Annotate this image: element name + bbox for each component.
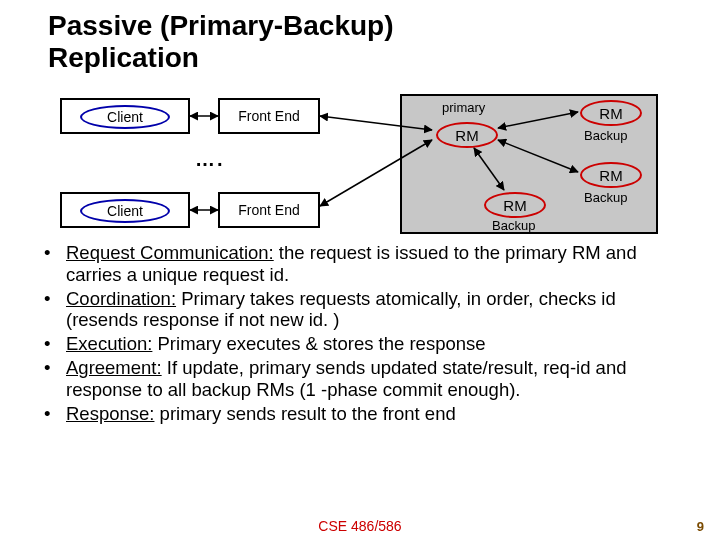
client-box-top: Client bbox=[60, 98, 190, 134]
bullet-3: • Execution: Primary executes & stores t… bbox=[44, 333, 680, 355]
page-number: 9 bbox=[697, 519, 704, 534]
client-label-top: Client bbox=[107, 109, 143, 125]
rm-primary-oval: RM bbox=[436, 122, 498, 148]
backup2-label: Backup bbox=[584, 190, 627, 205]
bullet-3-head: Execution: bbox=[66, 333, 152, 354]
ellipsis-icon: …. bbox=[195, 148, 225, 171]
bullet-2: • Coordination: Primary takes requests a… bbox=[44, 288, 680, 332]
rm-backup2-oval: RM bbox=[580, 162, 642, 188]
rm-backup3-text: RM bbox=[503, 197, 526, 214]
bullet-5: • Response: primary sends result to the … bbox=[44, 403, 680, 425]
bullet-4: • Agreement: If update, primary sends up… bbox=[44, 357, 680, 401]
bullet-2-head: Coordination: bbox=[66, 288, 176, 309]
frontend-box-top: Front End bbox=[218, 98, 320, 134]
footer-course: CSE 486/586 bbox=[0, 518, 720, 534]
slide: Passive (Primary-Backup) Replication Cli… bbox=[0, 0, 720, 540]
bullet-4-head: Agreement: bbox=[66, 357, 162, 378]
title-line-1: Passive (Primary-Backup) bbox=[48, 10, 394, 41]
rm-backup3-oval: RM bbox=[484, 192, 546, 218]
rm-primary-text: RM bbox=[455, 127, 478, 144]
client-oval-bottom: Client bbox=[80, 199, 170, 223]
bullet-5-head: Response: bbox=[66, 403, 154, 424]
rm-cluster-box: primary RM RM Backup RM Backup RM Backup bbox=[400, 94, 658, 234]
client-oval-top: Client bbox=[80, 105, 170, 129]
slide-title: Passive (Primary-Backup) Replication bbox=[48, 10, 394, 74]
bullet-list: • Request Communication: the request is … bbox=[44, 242, 680, 427]
primary-label: primary bbox=[442, 100, 485, 115]
bullet-5-rest: primary sends result to the front end bbox=[154, 403, 455, 424]
bullet-3-rest: Primary executes & stores the response bbox=[152, 333, 485, 354]
backup3-label: Backup bbox=[492, 218, 535, 233]
rm-backup2-text: RM bbox=[599, 167, 622, 184]
client-label-bottom: Client bbox=[107, 203, 143, 219]
bullet-1: • Request Communication: the request is … bbox=[44, 242, 680, 286]
frontend-label-bottom: Front End bbox=[220, 194, 318, 226]
rm-backup1-oval: RM bbox=[580, 100, 642, 126]
backup1-label: Backup bbox=[584, 128, 627, 143]
rm-backup1-text: RM bbox=[599, 105, 622, 122]
frontend-box-bottom: Front End bbox=[218, 192, 320, 228]
client-box-bottom: Client bbox=[60, 192, 190, 228]
title-line-2: Replication bbox=[48, 42, 199, 73]
bullet-1-head: Request Communication: bbox=[66, 242, 274, 263]
frontend-label-top: Front End bbox=[220, 100, 318, 132]
